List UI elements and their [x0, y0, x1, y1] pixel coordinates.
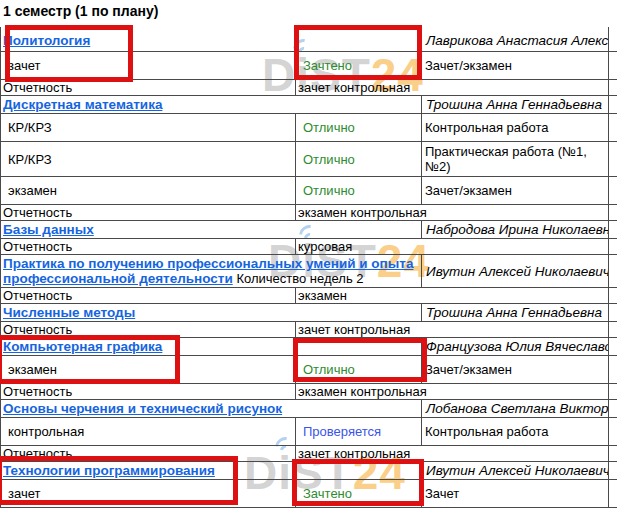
teacher-cell: Трошина Анна Геннадьевна: [422, 96, 609, 114]
work-type-cell: Практическая работа (№1, №2): [422, 142, 609, 177]
subject-cell: Базы данных: [1, 221, 422, 239]
control-type-cell: зачет: [1, 52, 296, 80]
subject-title-row: Дискретная математикаТрошина Анна Геннад…: [1, 96, 617, 114]
subject-link[interactable]: Технологии программирования: [3, 463, 215, 478]
subject-link[interactable]: Базы данных: [3, 222, 94, 237]
control-type-cell: экзамен: [1, 177, 296, 205]
teacher-cell: Ивутин Алексей Николаевич: [422, 255, 609, 288]
grade-value[interactable]: Проверяется: [303, 424, 381, 439]
cut-column-cell: [609, 80, 617, 96]
report-value-cell: экзамен контрольная: [296, 384, 609, 400]
report-value-cell: зачет контрольная: [296, 322, 609, 338]
subject-title-row: Компьютерная графикаФранцузова Юлия Вяче…: [1, 338, 617, 356]
cut-column-cell: [609, 356, 617, 384]
work-type: Практическая работа (№1, №2): [425, 144, 587, 174]
subject-link[interactable]: Численные методы: [3, 305, 135, 320]
grade-row: КР/КРЗОтличноПрактическая работа (№1, №2…: [1, 142, 617, 177]
control-type-cell: КР/КРЗ: [1, 142, 296, 177]
report-value-cell: зачет контрольная: [296, 80, 609, 96]
cut-column-cell: [609, 255, 617, 288]
cut-column-cell: [609, 384, 617, 400]
subject-cell: Политология: [1, 27, 422, 52]
report-label-cell: Отчетность: [1, 239, 296, 255]
cut-column-cell: [609, 304, 617, 322]
work-type: Зачет: [425, 486, 459, 501]
report-value: курсовая: [298, 239, 352, 254]
grade-cell: Зачтено: [296, 480, 422, 508]
control-type-cell: КР/КРЗ: [1, 114, 296, 142]
control-type-cell: контрольная: [1, 418, 296, 446]
work-type: Контрольная работа: [425, 424, 548, 439]
report-row: Отчетностьзачет контрольная: [1, 446, 617, 462]
grade-row: КР/КРЗОтличноКонтрольная работа: [1, 114, 617, 142]
report-label: Отчетность: [3, 322, 72, 337]
report-label-cell: Отчетность: [1, 446, 296, 462]
report-label-cell: Отчетность: [1, 205, 296, 221]
grade-value: Отлично: [303, 120, 355, 135]
report-label: Отчетность: [3, 288, 72, 303]
report-label-cell: Отчетность: [1, 384, 296, 400]
subject-link[interactable]: Компьютерная графика: [3, 339, 162, 354]
subject-cell: Технологии программирования: [1, 462, 422, 480]
control-type: зачет: [8, 486, 40, 501]
subject-cell: Численные методы: [1, 304, 422, 322]
cut-column-cell: [609, 177, 617, 205]
report-value-cell: экзамен: [296, 288, 609, 304]
teacher-name: Французова Юлия Вячеславов: [426, 339, 609, 354]
teacher-name: Трошина Анна Геннадьевна: [426, 97, 602, 112]
subject-cell: Практика по получению профессиональных у…: [1, 255, 422, 288]
grade-row: экзаменОтличноЗачет/экзамен: [1, 356, 617, 384]
subject-link[interactable]: Дискретная математика: [3, 97, 162, 112]
report-value-cell: экзамен контрольная: [296, 205, 609, 221]
teacher-cell: Набродова Ирина Николаевна: [422, 221, 609, 239]
cut-column-cell: [609, 96, 617, 114]
cut-column-cell: [609, 462, 617, 480]
report-value: зачет контрольная: [298, 446, 410, 461]
grade-row: зачетЗачтеноЗачет: [1, 480, 617, 508]
grade-row: контрольнаяПроверяетсяКонтрольная работа: [1, 418, 617, 446]
teacher-cell: Лаврикова Анастасия Алекса: [422, 27, 609, 52]
teacher-cell: Трошина Анна Геннадьевна: [422, 304, 609, 322]
grade-cell: Отлично: [296, 142, 422, 177]
cut-column-cell: [609, 239, 617, 255]
subject-cell: Основы черчения и технический рисунок: [1, 400, 422, 418]
subject-title-row: Технологии программированияИвутин Алексе…: [1, 462, 617, 480]
semester-table: ПолитологияЛаврикова Анастасия Алексазач…: [0, 27, 617, 508]
cut-column-cell: [609, 142, 617, 177]
cut-column-cell: [609, 322, 617, 338]
report-row: Отчетностьэкзамен контрольная: [1, 384, 617, 400]
cut-column-cell: [609, 400, 617, 418]
grade-cell: Отлично: [296, 177, 422, 205]
report-row: Отчетностьзачет контрольная: [1, 80, 617, 96]
subject-cell: Дискретная математика: [1, 96, 422, 114]
teacher-name: Ивутин Алексей Николаевич: [426, 463, 609, 478]
cut-column-cell: [609, 418, 617, 446]
subject-link[interactable]: Политология: [3, 33, 90, 48]
work-type: Контрольная работа: [425, 120, 548, 135]
cut-column-cell: [609, 288, 617, 304]
grade-cell: Отлично: [296, 114, 422, 142]
teacher-name: Лобанова Светлана Викторов: [426, 401, 609, 416]
subject-link[interactable]: Основы черчения и технический рисунок: [3, 401, 282, 416]
grade-row: зачетЗачтеноЗачет/экзамен: [1, 52, 617, 80]
cut-column-cell: [609, 114, 617, 142]
work-type: Зачет/экзамен: [425, 362, 512, 377]
report-row: Отчетностьэкзамен: [1, 288, 617, 304]
control-type: контрольная: [8, 424, 84, 439]
subject-title-row: Практика по получению профессиональных у…: [1, 255, 617, 288]
grade-cell: Зачтено: [296, 52, 422, 80]
cut-column-cell: [609, 27, 617, 52]
subject-title-row: Численные методыТрошина Анна Геннадьевна: [1, 304, 617, 322]
work-type: Зачет/экзамен: [425, 183, 512, 198]
control-type: экзамен: [8, 362, 57, 377]
teacher-name: Набродова Ирина Николаевна: [426, 222, 609, 237]
grade-row: экзаменОтличноЗачет/экзамен: [1, 177, 617, 205]
subject-cell: Компьютерная графика: [1, 338, 422, 356]
report-value: зачет контрольная: [298, 80, 410, 95]
semester-table-body: ПолитологияЛаврикова Анастасия Алексазач…: [1, 27, 617, 508]
grade-value: Отлично: [303, 362, 355, 377]
grade-value: Зачтено: [303, 486, 352, 501]
report-label: Отчетность: [3, 239, 72, 254]
teacher-cell: Ивутин Алексей Николаевич: [422, 462, 609, 480]
control-type: КР/КРЗ: [8, 120, 52, 135]
